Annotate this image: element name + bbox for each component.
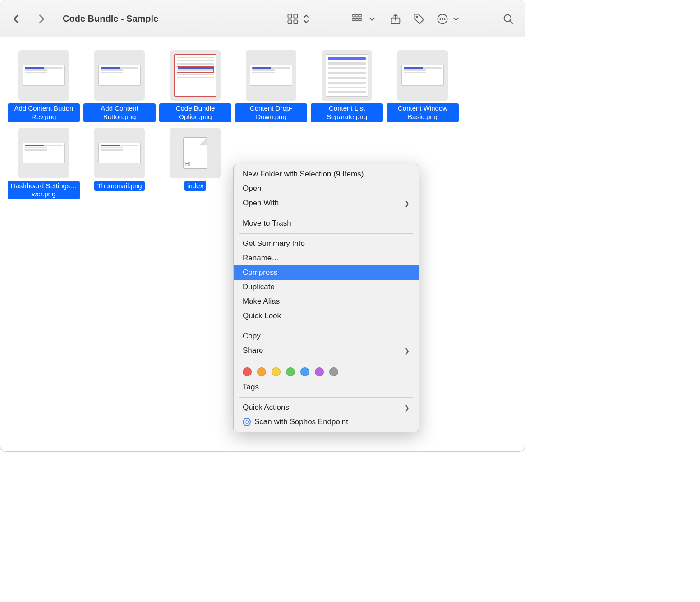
group-button[interactable]	[352, 13, 378, 25]
file-label: Content Window Basic.png	[387, 103, 459, 122]
menu-item-label: Rename…	[243, 254, 279, 263]
tag-color-dot[interactable]	[329, 367, 338, 376]
file-thumbnail	[18, 128, 69, 178]
menu-separator	[239, 233, 413, 234]
file-thumbnail	[94, 128, 145, 178]
context-menu: New Folder with Selection (9 Items)OpenO…	[233, 164, 419, 432]
file-label: Dashboard Settings…wer.png	[8, 181, 80, 200]
share-button[interactable]	[389, 13, 402, 25]
menu-item-label: Copy	[243, 332, 261, 341]
svg-point-16	[504, 14, 511, 21]
svg-point-11	[416, 16, 418, 18]
menu-separator	[239, 326, 413, 326]
menu-separator	[239, 213, 413, 213]
file-item[interactable]: Add Content Button Rev.png	[6, 50, 82, 122]
menu-item[interactable]: Share❯	[234, 343, 419, 358]
file-thumbnail	[322, 50, 372, 101]
svg-rect-6	[359, 14, 361, 17]
menu-item[interactable]: Rename…	[234, 251, 419, 265]
tags-color-row	[234, 364, 419, 380]
menu-item[interactable]: Quick Actions❯	[234, 400, 419, 415]
file-thumbnail	[170, 50, 221, 101]
file-label: Thumbnail.png	[94, 181, 144, 191]
file-item[interactable]: index	[157, 128, 233, 200]
file-thumbnail	[18, 50, 69, 101]
menu-item-label: Move to Trash	[243, 219, 291, 228]
chevron-right-icon: ❯	[405, 404, 410, 411]
window-title: Code Bundle - Sample	[63, 14, 158, 24]
svg-point-14	[442, 18, 443, 19]
tag-color-dot[interactable]	[243, 367, 252, 376]
file-label: Code Bundle Option.png	[159, 103, 231, 122]
svg-point-13	[440, 18, 441, 19]
view-mode-button[interactable]	[286, 13, 313, 25]
menu-item[interactable]: Quick Look	[234, 309, 419, 323]
svg-point-15	[444, 18, 445, 19]
menu-item[interactable]: Tags…	[234, 380, 419, 394]
menu-item[interactable]: Open With❯	[234, 196, 419, 210]
tag-color-dot[interactable]	[315, 367, 324, 376]
svg-rect-1	[294, 14, 297, 18]
chevron-right-icon: ❯	[405, 347, 410, 354]
file-item[interactable]: Content Drop-Down.png	[233, 50, 309, 122]
menu-item-label: Quick Look	[243, 311, 281, 320]
sophos-icon	[243, 418, 251, 426]
svg-rect-0	[288, 14, 292, 18]
file-item[interactable]: Add Content Button.png	[82, 50, 157, 122]
file-item[interactable]: Content Window Basic.png	[385, 50, 461, 122]
chevron-right-icon: ❯	[405, 200, 410, 207]
file-label: Content List Separate.png	[311, 103, 383, 122]
tag-color-dot[interactable]	[272, 367, 281, 376]
menu-item[interactable]: Make Alias	[234, 294, 419, 309]
file-thumbnail	[170, 128, 221, 178]
file-item[interactable]: Dashboard Settings…wer.png	[6, 128, 82, 200]
file-item[interactable]: Content List Separate.png	[309, 50, 385, 122]
tag-button[interactable]	[413, 13, 425, 25]
svg-rect-4	[353, 14, 355, 17]
svg-rect-5	[356, 14, 358, 17]
menu-item-label: Tags…	[243, 383, 267, 392]
tag-color-dot[interactable]	[300, 367, 309, 376]
tag-color-dot[interactable]	[286, 367, 295, 376]
tag-color-dot[interactable]	[257, 367, 266, 376]
menu-item[interactable]: Compress	[234, 265, 419, 280]
file-thumbnail	[94, 50, 145, 101]
more-button[interactable]	[436, 13, 462, 25]
svg-line-17	[511, 21, 513, 23]
search-button[interactable]	[502, 13, 515, 25]
file-item[interactable]: Thumbnail.png	[82, 128, 157, 200]
file-thumbnail	[397, 50, 448, 101]
file-thumbnail	[246, 50, 296, 101]
menu-item-label: Make Alias	[243, 297, 280, 306]
menu-item[interactable]: New Folder with Selection (9 Items)	[234, 167, 419, 181]
file-label: index	[184, 181, 206, 191]
menu-item-label: Share	[243, 346, 263, 355]
menu-item-label: Open With	[243, 199, 279, 208]
menu-item-scan[interactable]: Scan with Sophos Endpoint	[234, 415, 419, 429]
svg-rect-7	[353, 18, 355, 20]
menu-separator	[239, 361, 413, 361]
menu-item-label: Quick Actions	[243, 403, 289, 412]
menu-separator	[239, 397, 413, 398]
menu-item-label: New Folder with Selection (9 Items)	[243, 170, 364, 179]
menu-item[interactable]: Copy	[234, 329, 419, 343]
svg-rect-3	[294, 20, 297, 23]
toolbar: Code Bundle - Sample	[0, 0, 525, 37]
nav-buttons	[10, 13, 47, 25]
svg-rect-8	[356, 18, 358, 20]
file-label: Add Content Button Rev.png	[8, 103, 80, 122]
menu-item[interactable]: Duplicate	[234, 280, 419, 294]
menu-item-label: Open	[243, 184, 262, 193]
file-item[interactable]: Code Bundle Option.png	[157, 50, 233, 122]
menu-item[interactable]: Move to Trash	[234, 216, 419, 231]
forward-button[interactable]	[35, 13, 47, 25]
back-button[interactable]	[10, 13, 23, 25]
file-label: Add Content Button.png	[83, 103, 156, 122]
menu-item[interactable]: Open	[234, 181, 419, 196]
svg-rect-2	[288, 20, 292, 23]
menu-item-label: Compress	[243, 268, 277, 277]
menu-item[interactable]: Get Summary Info	[234, 236, 419, 251]
file-label: Content Drop-Down.png	[235, 103, 307, 122]
svg-rect-9	[359, 18, 361, 20]
menu-item-label: Duplicate	[243, 282, 275, 292]
